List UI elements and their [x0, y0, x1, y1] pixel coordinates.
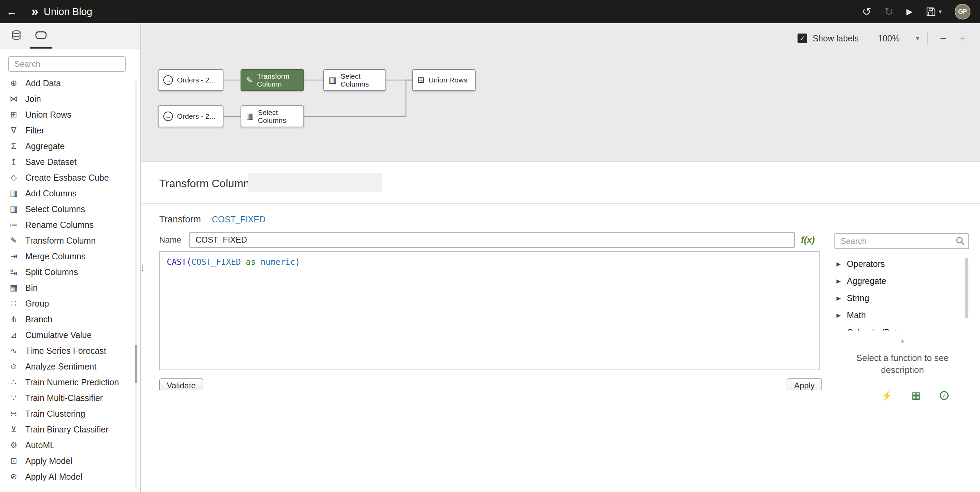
sidebar-item-rename-columns[interactable]: ≔Rename Columns	[0, 217, 140, 233]
sidebar-item-label: Analyze Sentiment	[25, 362, 96, 372]
transform-column-icon: ✎	[8, 236, 19, 245]
expression-token: )	[295, 257, 300, 267]
flow-node-select-columns-1[interactable]: ▥Select Columns	[323, 69, 386, 91]
dataset-icon: →	[163, 112, 173, 121]
sidebar-item-create-essbase-cube[interactable]: ◇Create Essbase Cube	[0, 170, 140, 185]
sidebar-item-automl[interactable]: ⚙AutoML	[0, 437, 140, 453]
functions-scrollbar-thumb[interactable]	[965, 258, 968, 318]
sidebar-item-analyze-sentiment[interactable]: ☺Analyze Sentiment	[0, 359, 140, 374]
sidebar-item-train-multi-classifier[interactable]: ∵Train Multi-Classifier	[0, 390, 140, 406]
zoom-in-button[interactable]: +	[955, 32, 969, 45]
sidebar-item-split-columns[interactable]: ↹Split Columns	[0, 264, 140, 280]
save-icon	[926, 6, 936, 17]
apply-ai-model-icon: ⊛	[8, 472, 19, 481]
flow-node-orders-2[interactable]: →Orders - 2...	[158, 105, 223, 127]
zoom-level[interactable]: 100%	[878, 34, 900, 43]
collapse-caret-icon[interactable]: ▲	[900, 338, 905, 343]
avatar[interactable]: GP	[955, 4, 970, 19]
sidebar-item-apply-model[interactable]: ⊡Apply Model	[0, 453, 140, 469]
flow-node-select-columns-2[interactable]: ▥Select Columns	[240, 105, 304, 127]
sidebar-item-select-columns[interactable]: ▥Select Columns	[0, 201, 140, 217]
sidebar-tabs	[0, 23, 140, 49]
header-actions: ↺ ↻ ▶ ▾ GP	[862, 4, 980, 19]
divider	[142, 203, 980, 204]
functions-search-input[interactable]	[834, 233, 969, 249]
sidebar-item-add-data[interactable]: ⊕Add Data	[0, 75, 140, 91]
sidebar-item-apply-ai-model[interactable]: ⊛Apply AI Model	[0, 469, 140, 484]
data-preview-icon[interactable]: ▦	[912, 391, 921, 400]
sidebar-item-label: Transform Column	[25, 236, 95, 246]
sidebar-item-train-clustering[interactable]: ∺Train Clustering	[0, 406, 140, 422]
sidebar-item-filter[interactable]: ∇Filter	[0, 123, 140, 138]
sidebar-item-union-rows[interactable]: ⊞Union Rows	[0, 107, 140, 123]
name-input[interactable]	[189, 232, 795, 248]
function-category-label: String	[847, 293, 869, 303]
functions-search	[834, 233, 969, 249]
expression-editor[interactable]: CAST(COST_FIXED as numeric)	[159, 251, 820, 370]
function-category-operators[interactable]: ▶Operators	[834, 255, 970, 272]
sidebar-item-time-series-forecast[interactable]: ∿Time Series Forecast	[0, 343, 140, 359]
sidebar-item-cumulative-value[interactable]: ⊿Cumulative Value	[0, 327, 140, 343]
sidebar-item-train-numeric-prediction[interactable]: ∴Train Numeric Prediction	[0, 374, 140, 390]
validation-status-icon[interactable]: ✓	[940, 391, 948, 400]
name-label: Name	[159, 235, 181, 244]
transform-panel: ⁞ Transform Column Transform COST_FIXED …	[142, 161, 980, 401]
sidebar-item-aggregate[interactable]: ΣAggregate	[0, 138, 140, 154]
zoom-out-button[interactable]: −	[936, 32, 950, 45]
sidebar-item-label: Train Clustering	[25, 409, 86, 419]
tab-data[interactable]	[5, 23, 27, 49]
add-columns-icon: ▥	[8, 188, 19, 198]
show-labels-checkbox[interactable]: ✓	[797, 34, 807, 43]
back-button[interactable]: ←	[0, 0, 23, 23]
save-button[interactable]: ▾	[926, 6, 942, 17]
sidebar-search-input[interactable]	[8, 56, 126, 72]
branch-icon: ⋔	[8, 315, 19, 324]
transform-column-link[interactable]: COST_FIXED	[212, 214, 266, 224]
sidebar-item-label: Train Numeric Prediction	[25, 377, 119, 387]
zoom-dropdown-caret-icon[interactable]: ▾	[916, 35, 919, 42]
sidebar-item-label: Create Essbase Cube	[25, 173, 109, 183]
tab-steps[interactable]	[30, 23, 52, 49]
sidebar-item-label: Cumulative Value	[25, 330, 92, 340]
expression-token: COST_FIXED	[191, 257, 241, 267]
flow-node-orders-1[interactable]: →Orders - 2...	[158, 69, 223, 91]
flow-node-union-rows[interactable]: ⊞Union Rows	[412, 69, 476, 91]
divider	[928, 32, 928, 45]
sidebar-scrollbar-thumb[interactable]	[135, 345, 137, 383]
filter-icon: ∇	[8, 126, 19, 135]
sidebar-item-transform-column[interactable]: ✎Transform Column	[0, 233, 140, 248]
node-label: Orders - 2...	[177, 76, 215, 84]
panel-resize-handle[interactable]: ⁞	[142, 265, 143, 272]
sidebar-item-join[interactable]: ⋈Join	[0, 91, 140, 107]
sidebar-item-group[interactable]: ∷Group	[0, 296, 140, 311]
sidebar-item-bin[interactable]: ▦Bin	[0, 280, 140, 296]
expand-icon: ▶	[837, 295, 841, 302]
function-category-calendar-date[interactable]: ▶Calendar/Date	[834, 324, 970, 331]
aggregate-icon: Σ	[8, 141, 19, 151]
sidebar-item-train-binary-classifier[interactable]: ⊻Train Binary Classifier	[0, 422, 140, 437]
sidebar-item-label: Rename Columns	[25, 220, 94, 230]
redo-icon[interactable]: ↻	[885, 6, 894, 17]
sidebar-search	[8, 56, 132, 72]
sidebar-item-save-dataset[interactable]: ↥Save Dataset	[0, 154, 140, 170]
function-category-aggregate[interactable]: ▶Aggregate	[834, 272, 970, 289]
sidebar-item-merge-columns[interactable]: ⇥Merge Columns	[0, 248, 140, 264]
sidebar-item-branch[interactable]: ⋔Branch	[0, 311, 140, 327]
node-label: Orders - 2...	[177, 112, 215, 120]
analyze-sentiment-icon: ☺	[8, 362, 19, 371]
quick-insights-icon[interactable]: ⚡	[881, 391, 892, 400]
function-category-math[interactable]: ▶Math	[834, 307, 970, 324]
fx-function-icon[interactable]: f(x)	[801, 235, 815, 245]
flow-canvas[interactable]: →Orders - 2...✎Transform Column▥Select C…	[142, 23, 980, 161]
sidebar-item-add-columns[interactable]: ▥Add Columns	[0, 185, 140, 201]
sidebar-scrollbar-track[interactable]	[135, 81, 137, 488]
sidebar-item-label: Train Binary Classifier	[25, 425, 109, 434]
function-category-string[interactable]: ▶String	[834, 289, 970, 307]
apply-model-icon: ⊡	[8, 456, 19, 466]
sidebar-item-label: Join	[25, 94, 41, 104]
expand-icon: ▶	[837, 312, 841, 318]
function-description-text: Select a function to see description	[834, 352, 970, 376]
flow-node-transform-column[interactable]: ✎Transform Column	[240, 69, 304, 91]
undo-icon[interactable]: ↺	[862, 6, 871, 17]
run-dataflow-icon[interactable]: ▶	[906, 8, 912, 16]
